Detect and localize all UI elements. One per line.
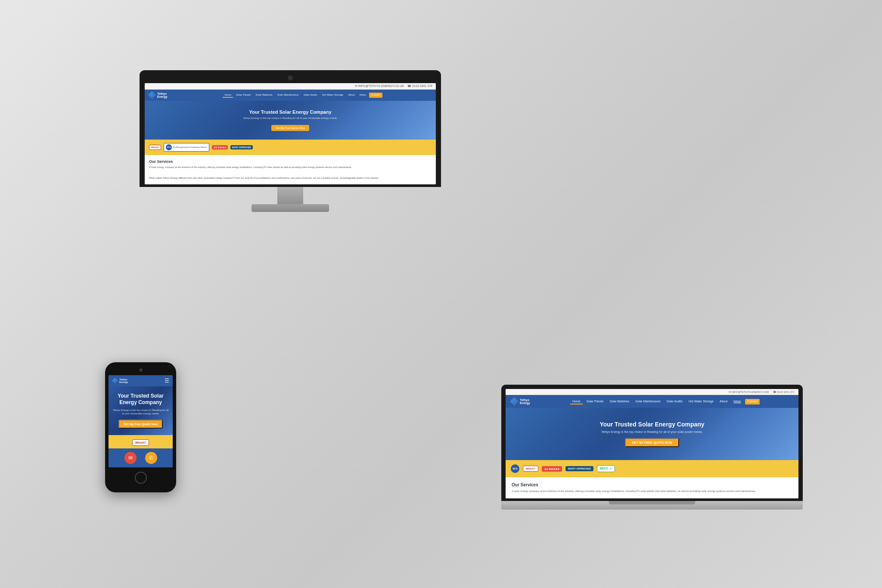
laptop-nav-news[interactable]: News bbox=[731, 399, 743, 404]
logo-diamond-icon bbox=[148, 91, 156, 99]
mobile-hero: Your Trusted Solar Energy Company Tethys… bbox=[109, 386, 173, 435]
laptop-nav-hot-water[interactable]: Hot Water Storage bbox=[686, 399, 716, 404]
desktop-accreditations-bar: Which? MCS The Microgeneration Certifica… bbox=[145, 140, 436, 155]
mobile-bottom-bar: ✉ ✆ bbox=[109, 448, 173, 467]
mobile-logo: TethysEnergy bbox=[112, 378, 128, 384]
laptop-which-badge: Which? bbox=[523, 466, 538, 472]
laptop-nav-solar-audits[interactable]: Solar Audits bbox=[665, 399, 685, 404]
desktop-email: ✉ INFO@TETHYS-ENERGY.CO.UK bbox=[355, 84, 404, 88]
laptop-hero-subtitle: Tethys Energy is the top choice in Readi… bbox=[512, 430, 792, 433]
desktop-services-text: A solar energy company at the forefront … bbox=[149, 166, 432, 169]
laptop-hero-cta-button[interactable]: GET MY FREE QUOTE NOW bbox=[625, 438, 679, 447]
laptop-accreditations-bar: MCS Which? 4.9 ★★★★★ NAPIT APPROVED RECC… bbox=[506, 460, 798, 477]
laptop-topbar: ✉ INFO@TETHYS-ENERGY.COM ☎ 0118 3341 374 bbox=[506, 389, 798, 395]
laptop-napit-badge: NAPIT APPROVED bbox=[565, 466, 593, 471]
laptop-nav-solar-maintenance[interactable]: Solar Maintenance bbox=[633, 399, 662, 404]
laptop-hero: Your Trusted Solar Energy Company Tethys… bbox=[506, 408, 798, 460]
laptop-base bbox=[501, 501, 803, 510]
laptop-device: ✉ INFO@TETHYS-ENERGY.COM ☎ 0118 3341 374… bbox=[501, 385, 803, 509]
laptop-navbar: TethysEnergy Home Solar Panels Solar Bat… bbox=[506, 395, 798, 408]
mobile-frame: TethysEnergy ☰ Your Trusted Solar Energy… bbox=[105, 362, 176, 492]
desktop-hero-title: Your Trusted Solar Energy Company bbox=[149, 109, 432, 115]
mobile-which-badge: Which? bbox=[132, 439, 149, 446]
mcs-badge: MCS The Microgeneration Certification Sc… bbox=[164, 143, 209, 152]
mobile-cta-button[interactable]: Get My Free Quote Now bbox=[118, 420, 163, 429]
laptop-nav-about[interactable]: About bbox=[717, 399, 730, 404]
laptop-nav-solar-batteries[interactable]: Solar Batteries bbox=[607, 399, 631, 404]
desktop-hero-content: Your Trusted Solar Energy Company Tethys… bbox=[149, 109, 432, 131]
laptop-lid: ✉ INFO@TETHYS-ENERGY.COM ☎ 0118 3341 374… bbox=[501, 385, 803, 501]
mobile-device: TethysEnergy ☰ Your Trusted Solar Energy… bbox=[105, 362, 176, 492]
desktop-nav-solar-maintenance[interactable]: Solar Maintenance bbox=[276, 93, 301, 98]
laptop-recc-badge: RECC ✓ bbox=[597, 465, 615, 472]
mobile-logo-text: TethysEnergy bbox=[119, 378, 128, 383]
laptop-hero-content: Your Trusted Solar Energy Company Tethys… bbox=[512, 421, 792, 447]
mobile-screen: TethysEnergy ☰ Your Trusted Solar Energy… bbox=[109, 375, 173, 467]
laptop-services-title: Our Services bbox=[512, 482, 792, 487]
desktop-topbar: ✉ INFO@TETHYS-ENERGY.CO.UK ☎ 0118 3341 3… bbox=[145, 83, 436, 90]
desktop-services-title: Our Services bbox=[149, 159, 432, 164]
mobile-logo-diamond bbox=[112, 378, 118, 384]
desktop-navbar: TethysEnergy Home Solar Panels Solar Bat… bbox=[145, 90, 436, 101]
desktop-hero-cta-button[interactable]: Get My Free Quote Now bbox=[271, 125, 309, 131]
desktop-logo-text: TethysEnergy bbox=[157, 92, 168, 98]
scene: ✉ INFO@TETHYS-ENERGY.CO.UK ☎ 0118 3341 3… bbox=[53, 36, 829, 553]
laptop-logo-text: TethysEnergy bbox=[520, 398, 530, 404]
mobile-accreditations: Which? bbox=[109, 435, 173, 448]
desktop-phone: ☎ 0118 3341 374 bbox=[407, 84, 432, 88]
laptop-nav-contact[interactable]: Contact bbox=[745, 399, 760, 404]
mobile-menu-icon[interactable]: ☰ bbox=[165, 378, 169, 384]
desktop-content: Our Services A solar energy company at t… bbox=[145, 155, 436, 184]
desktop-nav-items[interactable]: Home Solar Panels Solar Batteries Solar … bbox=[173, 93, 432, 98]
napit-badge: NAPIT APPROVED bbox=[230, 145, 253, 149]
desktop-nav-solar-panels[interactable]: Solar Panels bbox=[234, 93, 252, 98]
mobile-navbar: TethysEnergy ☰ bbox=[109, 375, 173, 386]
laptop-nav-items[interactable]: Home Solar Panels Solar Batteries Solar … bbox=[536, 399, 794, 404]
desktop-nav-news[interactable]: News bbox=[358, 93, 368, 98]
mobile-email-icon: ✉ bbox=[128, 455, 133, 461]
monitor-frame: ✉ INFO@TETHYS-ENERGY.CO.UK ☎ 0118 3341 3… bbox=[140, 70, 441, 187]
stars-badge: 4.9 ★★★★★ bbox=[212, 145, 227, 149]
desktop-nav-about[interactable]: About bbox=[346, 93, 357, 98]
desktop-monitor: ✉ INFO@TETHYS-ENERGY.CO.UK ☎ 0118 3341 3… bbox=[140, 70, 441, 212]
desktop-hero-subtitle: Tethys Energy is the top choice in Readi… bbox=[149, 117, 432, 119]
which-badge: Which? bbox=[149, 145, 161, 150]
laptop-stars-badge: 4.9 ★★★★★ bbox=[542, 466, 562, 472]
laptop-mcs-icon: MCS bbox=[511, 464, 519, 473]
laptop-content: Our Services A solar energy company at t… bbox=[506, 477, 798, 498]
laptop-nav-home[interactable]: Home bbox=[570, 399, 583, 404]
monitor-camera bbox=[288, 75, 293, 81]
mobile-hero-title: Your Trusted Solar Energy Company bbox=[112, 393, 169, 406]
monitor-screen: ✉ INFO@TETHYS-ENERGY.CO.UK ☎ 0118 3341 3… bbox=[145, 83, 436, 184]
desktop-nav-solar-audits[interactable]: Solar Audits bbox=[302, 93, 319, 98]
laptop-screen: ✉ INFO@TETHYS-ENERGY.COM ☎ 0118 3341 374… bbox=[506, 389, 798, 498]
monitor-stand-base bbox=[252, 204, 329, 212]
laptop-logo-diamond bbox=[510, 397, 519, 406]
mobile-phone-button[interactable]: ✆ bbox=[145, 452, 157, 464]
monitor-stand-neck bbox=[277, 187, 303, 204]
mobile-email-button[interactable]: ✉ bbox=[124, 452, 137, 464]
laptop-hero-title: Your Trusted Solar Energy Company bbox=[512, 421, 792, 428]
mobile-hero-subtitle: Tethys Energy is the top choice in Readi… bbox=[112, 408, 169, 416]
desktop-nav-home[interactable]: Home bbox=[223, 93, 233, 98]
laptop-email: ✉ INFO@TETHYS-ENERGY.COM bbox=[729, 390, 769, 393]
mobile-phone-icon: ✆ bbox=[149, 455, 153, 461]
desktop-logo: TethysEnergy bbox=[148, 91, 168, 99]
desktop-nav-hot-water[interactable]: Hot Water Storage bbox=[320, 93, 345, 98]
desktop-services-text2: What makes Tethys Energy different from … bbox=[149, 177, 432, 180]
desktop-hero: Your Trusted Solar Energy Company Tethys… bbox=[145, 101, 436, 140]
desktop-nav-solar-batteries[interactable]: Solar Batteries bbox=[254, 93, 274, 98]
mobile-camera-icon bbox=[139, 368, 143, 372]
desktop-nav-contact[interactable]: Contact bbox=[369, 93, 382, 98]
laptop-services-text: A solar energy company at the forefront … bbox=[512, 489, 792, 493]
mobile-home-button[interactable] bbox=[135, 472, 147, 484]
laptop-logo: TethysEnergy bbox=[510, 397, 530, 406]
laptop-nav-solar-panels[interactable]: Solar Panels bbox=[584, 399, 606, 404]
laptop-phone: ☎ 0118 3341 374 bbox=[773, 390, 794, 393]
